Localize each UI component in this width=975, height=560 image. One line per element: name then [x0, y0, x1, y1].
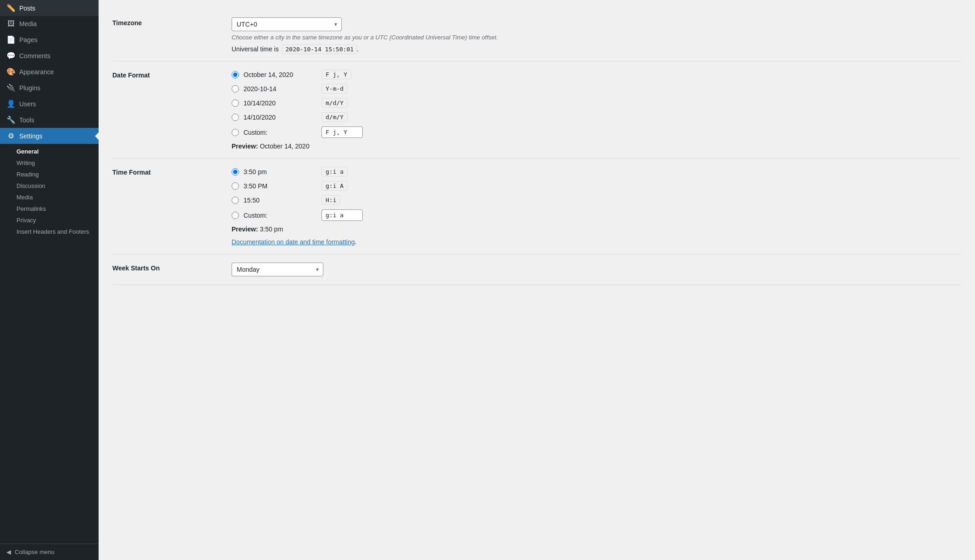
date-format-display-1: October 14, 2020	[244, 71, 317, 78]
submenu-item-general[interactable]: General	[0, 146, 99, 157]
settings-submenu: General Writing Reading Discussion Media…	[0, 144, 99, 239]
time-format-code-3: H:i	[321, 195, 340, 205]
sidebar-nav: ✏️ Posts 🖼 Media 📄 Pages 💬 Comments 🎨 Ap…	[0, 0, 99, 144]
time-format-radio-2[interactable]	[232, 182, 239, 190]
collapse-menu-button[interactable]: ◀ Collapse menu	[0, 544, 99, 560]
tools-icon: 🔧	[6, 115, 16, 124]
time-format-option-custom: Custom:	[232, 209, 961, 221]
sidebar-item-label: Tools	[19, 116, 34, 124]
date-format-display-3: 10/14/2020	[244, 99, 317, 107]
sidebar-item-posts[interactable]: ✏️ Posts	[0, 0, 99, 16]
time-format-custom-input[interactable]	[321, 209, 363, 221]
sidebar-item-label: Users	[19, 100, 36, 108]
posts-icon: ✏️	[6, 4, 16, 12]
submenu-item-discussion[interactable]: Discussion	[0, 180, 99, 192]
submenu-item-reading[interactable]: Reading	[0, 169, 99, 180]
date-format-option-3: 10/14/2020 m/d/Y	[232, 98, 961, 108]
sidebar-item-settings[interactable]: ⚙ Settings	[0, 128, 99, 144]
date-format-display-custom: Custom:	[244, 129, 317, 136]
pages-icon: 📄	[6, 35, 16, 44]
submenu-item-media[interactable]: Media	[0, 192, 99, 203]
timezone-help-text: Choose either a city in the same timezon…	[232, 34, 961, 41]
sidebar-item-label: Posts	[19, 5, 35, 12]
week-starts-on-value: Sunday Monday Tuesday Wednesday Thursday…	[232, 263, 961, 276]
sidebar-item-label: Plugins	[19, 84, 40, 92]
comments-icon: 💬	[6, 51, 16, 60]
time-format-display-custom: Custom:	[244, 212, 317, 219]
timezone-row: Timezone UTC+0 UTC+1 UTC+2 UTC-5 UTC-8 ▾…	[112, 9, 961, 61]
plugins-icon: 🔌	[6, 83, 16, 92]
time-format-preview-value: 3:50 pm	[260, 225, 283, 233]
time-format-preview: Preview: 3:50 pm	[232, 225, 961, 233]
sidebar-item-users[interactable]: 👤 Users	[0, 96, 99, 112]
doc-link[interactable]: Documentation on date and time formattin…	[232, 238, 355, 246]
date-format-option-1: October 14, 2020 F j, Y	[232, 70, 961, 79]
time-format-radio-3[interactable]	[232, 197, 239, 204]
settings-icon: ⚙	[6, 132, 16, 140]
time-format-label: Time Format	[112, 167, 232, 176]
universal-time: Universal time is 2020-10-14 15:50:01.	[232, 45, 961, 53]
sidebar-item-label: Settings	[19, 132, 43, 140]
date-format-option-custom: Custom:	[232, 126, 961, 138]
collapse-menu-label: Collapse menu	[15, 549, 55, 555]
sidebar-item-pages[interactable]: 📄 Pages	[0, 32, 99, 48]
submenu-item-writing[interactable]: Writing	[0, 157, 99, 169]
date-format-code-4: d/m/Y	[321, 112, 348, 122]
appearance-icon: 🎨	[6, 67, 16, 76]
date-format-radio-3[interactable]	[232, 99, 239, 107]
media-icon: 🖼	[6, 20, 16, 28]
sidebar-item-comments[interactable]: 💬 Comments	[0, 48, 99, 64]
time-format-display-2: 3:50 PM	[244, 182, 317, 190]
timezone-select[interactable]: UTC+0 UTC+1 UTC+2 UTC-5 UTC-8	[232, 17, 342, 31]
date-format-radio-custom[interactable]	[232, 129, 239, 136]
date-format-preview-label: Preview:	[232, 143, 258, 150]
main-content: Timezone UTC+0 UTC+1 UTC+2 UTC-5 UTC-8 ▾…	[99, 0, 975, 560]
time-format-display-1: 3:50 pm	[244, 168, 317, 176]
date-format-code-2: Y-m-d	[321, 84, 348, 93]
time-format-radio-custom[interactable]	[232, 212, 239, 219]
time-format-radio-1[interactable]	[232, 168, 239, 176]
users-icon: 👤	[6, 99, 16, 108]
sidebar-item-label: Appearance	[19, 68, 54, 76]
doc-link-suffix: .	[355, 238, 357, 246]
date-format-value: October 14, 2020 F j, Y 2020-10-14 Y-m-d…	[232, 70, 961, 150]
date-format-custom-input[interactable]	[321, 126, 363, 138]
sidebar-item-tools[interactable]: 🔧 Tools	[0, 112, 99, 128]
date-format-radio-1[interactable]	[232, 71, 239, 78]
submenu-item-privacy[interactable]: Privacy	[0, 214, 99, 226]
date-format-option-4: 14/10/2020 d/m/Y	[232, 112, 961, 122]
date-format-row: Date Format October 14, 2020 F j, Y 2020…	[112, 61, 961, 159]
sidebar-item-label: Media	[19, 20, 37, 27]
time-format-code-1: g:i a	[321, 167, 348, 176]
sidebar-item-plugins[interactable]: 🔌 Plugins	[0, 80, 99, 96]
universal-time-prefix: Universal time is	[232, 45, 279, 53]
time-format-row: Time Format 3:50 pm g:i a 3:50 PM g:i A …	[112, 159, 961, 254]
time-format-code-2: g:i A	[321, 181, 348, 191]
timezone-label: Timezone	[112, 17, 232, 27]
week-starts-on-select-wrapper: Sunday Monday Tuesday Wednesday Thursday…	[232, 263, 323, 276]
time-format-option-2: 3:50 PM g:i A	[232, 181, 961, 191]
date-format-radio-2[interactable]	[232, 85, 239, 93]
date-format-preview-value: October 14, 2020	[260, 143, 309, 150]
time-format-preview-label: Preview:	[232, 225, 258, 233]
submenu-item-permalinks[interactable]: Permalinks	[0, 203, 99, 214]
date-format-option-2: 2020-10-14 Y-m-d	[232, 84, 961, 93]
date-format-code-1: F j, Y	[321, 70, 351, 79]
sidebar-item-appearance[interactable]: 🎨 Appearance	[0, 64, 99, 80]
week-starts-on-label: Week Starts On	[112, 263, 232, 272]
date-format-display-2: 2020-10-14	[244, 85, 317, 93]
date-format-label: Date Format	[112, 70, 232, 79]
universal-time-suffix: .	[357, 45, 359, 53]
date-format-radio-4[interactable]	[232, 114, 239, 121]
universal-time-value: 2020-10-14 15:50:01	[282, 44, 357, 54]
timezone-value: UTC+0 UTC+1 UTC+2 UTC-5 UTC-8 ▾ Choose e…	[232, 17, 961, 53]
date-format-code-3: m/d/Y	[321, 98, 348, 108]
week-starts-on-select[interactable]: Sunday Monday Tuesday Wednesday Thursday…	[232, 263, 323, 276]
date-format-preview: Preview: October 14, 2020	[232, 143, 961, 150]
sidebar-item-media[interactable]: 🖼 Media	[0, 16, 99, 32]
date-format-display-4: 14/10/2020	[244, 114, 317, 121]
sidebar-arrow-icon	[95, 132, 99, 140]
submenu-item-insert-headers-footers[interactable]: Insert Headers and Footers	[0, 226, 99, 237]
sidebar: ✏️ Posts 🖼 Media 📄 Pages 💬 Comments 🎨 Ap…	[0, 0, 99, 560]
time-format-display-3: 15:50	[244, 197, 317, 204]
